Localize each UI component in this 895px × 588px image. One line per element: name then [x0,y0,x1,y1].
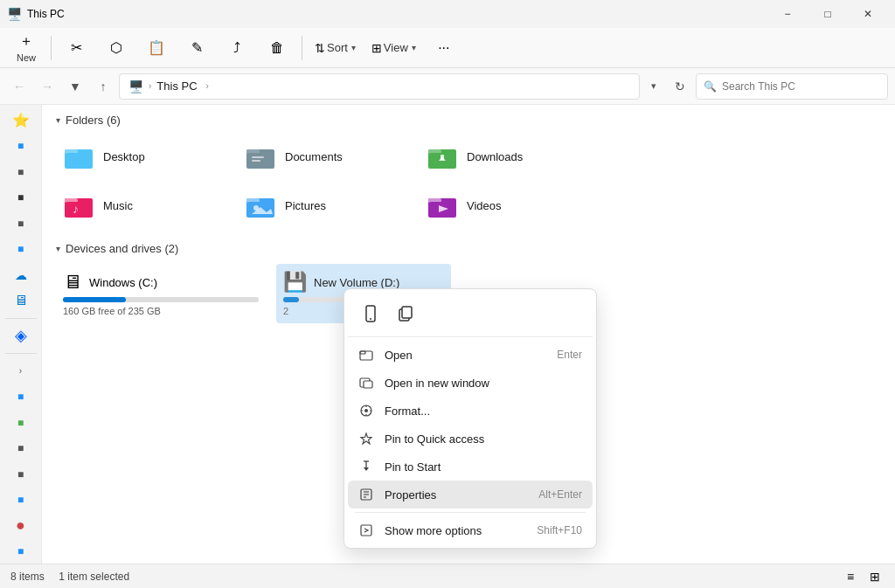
toolbar-separator-2 [302,36,302,60]
share-button[interactable]: ⤴ [218,31,256,65]
drive-c[interactable]: 🖥 Windows (C:) 160 GB free of 235 GB [56,264,266,323]
ctx-properties-item[interactable]: Properties Alt+Enter [348,481,593,508]
up-button[interactable]: ↑ [91,74,115,99]
drive-c-label: Windows (C:) [89,276,157,289]
view-button[interactable]: ⊞ View ▾ [364,31,423,65]
sidebar: ⭐ ■ ■ ■ ■ ■ ☁ 🖥 ◈ › ■ ■ ■ ■ ■ ● ■ [0,105,42,564]
ctx-copy2-button[interactable] [390,298,421,329]
sidebar-item-b4[interactable]: ■ [5,462,37,486]
app-title: This PC [27,8,65,20]
rename-icon: ✎ [191,39,203,56]
sidebar-item-expand1[interactable]: › [5,359,37,383]
refresh-button[interactable]: ↻ [668,74,692,99]
sidebar-item-1[interactable]: ■ [5,134,37,157]
minimize-button[interactable]: − [767,0,808,28]
sidebar-item-2[interactable]: ■ [5,160,37,183]
paste-button[interactable]: 📋 [137,31,176,65]
ctx-pin-start-label: Pin to Start [385,460,572,474]
drive-d-icon: 💾 [283,271,307,294]
app-icon: 🖥️ [7,7,22,21]
sidebar-item-b6[interactable]: ■ [5,539,37,563]
toolbar-separator-1 [51,36,52,60]
delete-button[interactable]: 🗑 [258,31,296,65]
context-menu: Open Enter Open in new window Format... [343,288,597,549]
folder-documents-label: Documents [285,150,343,163]
ctx-open-icon [358,347,374,363]
items-count: 8 items [10,571,45,583]
svg-marker-40 [361,433,371,444]
statusbar-list-view-button[interactable]: ≡ [841,567,860,586]
folder-music-label: Music [103,199,133,212]
sidebar-item-b1[interactable]: ■ [5,385,37,409]
sidebar-sep [5,318,37,319]
sidebar-item-b5[interactable]: ■ [5,488,37,512]
ctx-properties-shortcut: Alt+Enter [538,488,582,501]
addressbar: ← → ▼ ↑ 🖥️ › This PC › ▾ ↻ 🔍 [0,68,895,105]
devices-section-header[interactable]: ▾ Devices and drives (2) [56,242,881,255]
svg-rect-48 [361,525,371,536]
search-input[interactable] [722,80,880,93]
sidebar-item-5[interactable]: ■ [5,237,37,260]
forward-button[interactable]: → [35,74,59,99]
ctx-open-new-window-label: Open in new window [385,377,572,390]
new-icon: ＋ [19,32,33,51]
svg-rect-15 [66,202,91,216]
sidebar-sep2 [5,353,37,354]
ctx-open-new-window-item[interactable]: Open in new window [348,369,593,397]
sidebar-item-3[interactable]: ■ [5,185,37,209]
folders-section-header[interactable]: ▾ Folders (6) [56,114,881,127]
statusbar-grid-view-button[interactable]: ⊞ [865,567,885,586]
ctx-phone-button[interactable] [355,298,386,329]
folder-desktop[interactable]: Desktop [56,135,231,177]
ctx-pin-start-item[interactable]: Pin to Start [348,453,593,481]
folder-videos-label: Videos [467,199,502,212]
svg-marker-42 [364,467,369,471]
close-button[interactable]: ✕ [848,0,888,28]
titlebar-controls: − □ ✕ [767,0,888,28]
ctx-format-label: Format... [385,405,572,418]
ctx-open-item[interactable]: Open Enter [348,341,593,369]
folder-downloads[interactable]: Downloads [420,135,594,177]
cut-button[interactable]: ✂ [57,31,95,65]
view-label: View [384,41,408,54]
folder-pictures[interactable]: Pictures [238,184,413,226]
maximize-button[interactable]: □ [808,0,848,28]
ctx-open-new-window-icon [358,375,374,391]
folder-music[interactable]: ♪ Music [56,184,231,226]
path-chevron-icon: › [149,81,151,91]
svg-rect-5 [248,153,273,167]
folders-grid: Desktop Documents [56,135,881,226]
folder-music-icon: ♪ [63,190,94,221]
more-button[interactable]: ··· [425,31,463,65]
sort-button[interactable]: ⇅ Sort ▾ [308,31,363,65]
back-button[interactable]: ← [7,74,31,99]
ctx-pin-start-icon [358,459,374,474]
sidebar-item-4[interactable]: ■ [5,211,37,235]
sidebar-item-b3[interactable]: ■ [5,437,37,460]
view-chevron-icon: ▾ [412,43,416,52]
ctx-properties-icon [358,487,374,502]
address-path[interactable]: 🖥️ › This PC › [119,73,640,100]
rename-button[interactable]: ✎ [177,31,216,65]
address-dropdown-button[interactable]: ▾ [643,74,664,99]
sidebar-item-quickaccess[interactable]: ⭐ [5,108,37,132]
search-icon: 🔍 [704,80,717,93]
folder-videos[interactable]: Videos [420,184,594,226]
sidebar-item-b2[interactable]: ■ [5,411,37,434]
svg-text:♪: ♪ [73,202,79,216]
ctx-format-item[interactable]: Format... [348,397,593,425]
ctx-show-more-item[interactable]: Show more options Shift+F10 [348,516,593,544]
sidebar-item-red[interactable]: ● [5,514,37,537]
paste-icon: 📋 [148,39,165,56]
ctx-pin-quick-access-label: Pin to Quick access [385,432,572,446]
folder-downloads-icon [427,141,458,172]
ctx-pin-quick-access-item[interactable]: Pin to Quick access [348,425,593,453]
folder-documents[interactable]: Documents [238,135,413,177]
sidebar-item-dropbox[interactable]: ◈ [5,324,37,348]
ctx-format-icon [358,403,374,419]
sidebar-item-thispc[interactable]: 🖥 [5,288,37,312]
recent-button[interactable]: ▼ [63,74,87,99]
new-button[interactable]: ＋ New [7,31,45,65]
sidebar-item-onedrive[interactable]: ☁ [5,263,37,287]
copy-button[interactable]: ⬡ [97,31,135,65]
